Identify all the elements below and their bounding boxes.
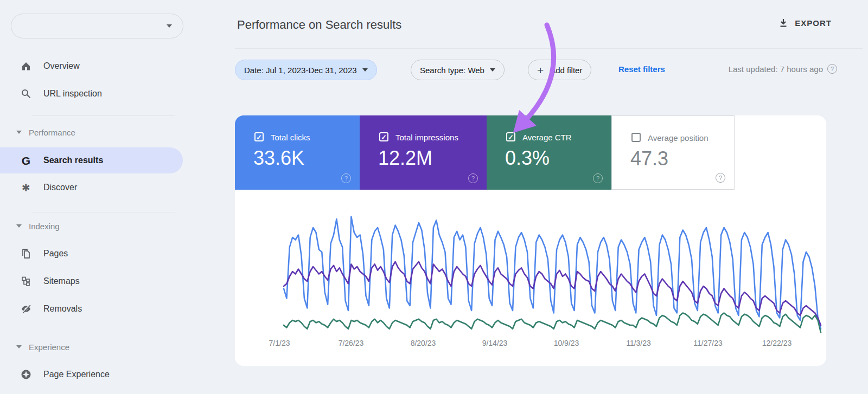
chart-series-clicks — [284, 217, 821, 329]
sidebar-item-label: Removals — [43, 304, 82, 314]
sitemap-icon — [21, 276, 31, 287]
x-axis-tick: 7/1/23 — [269, 339, 290, 347]
metric-label: Average CTR — [522, 133, 572, 142]
sidebar-item-label: Discover — [43, 183, 77, 192]
sidebar-item-page-experience[interactable]: Page Experience — [0, 362, 184, 387]
help-icon[interactable]: ? — [468, 173, 478, 183]
metric-card-total-impressions[interactable]: Total impressions 12.2M ? — [360, 115, 487, 190]
metric-value: 33.6K — [253, 147, 304, 170]
chevron-down-icon — [167, 24, 172, 28]
metric-card-average-position[interactable]: Average position 47.3 ? — [611, 115, 735, 190]
average-ctr-checkbox[interactable] — [506, 132, 515, 141]
metric-card-average-ctr[interactable]: Average CTR 0.3% ? — [487, 115, 611, 190]
metric-card-total-clicks[interactable]: Total clicks 33.6K ? — [235, 115, 360, 190]
sidebar-item-discover[interactable]: ✱ Discover — [0, 175, 184, 200]
x-axis-tick: 9/14/23 — [482, 339, 508, 347]
eye-off-icon — [21, 303, 31, 314]
sidebar-item-label: Overview — [43, 61, 80, 71]
sidebar-item-url-inspection[interactable]: URL inspection — [0, 81, 184, 106]
help-icon[interactable]: ? — [716, 173, 725, 183]
average-position-checkbox[interactable] — [631, 133, 641, 142]
sidebar-item-removals[interactable]: Removals — [0, 296, 184, 321]
total-impressions-checkbox[interactable] — [379, 132, 388, 141]
discover-asterisk-icon: ✱ — [21, 182, 31, 193]
sidebar-item-label: Pages — [43, 249, 68, 259]
help-icon[interactable]: ? — [593, 173, 603, 183]
download-icon — [778, 18, 788, 28]
sidebar-divider — [31, 333, 175, 333]
sidebar-divider — [31, 212, 175, 212]
help-icon[interactable]: ? — [341, 173, 351, 183]
header-divider — [235, 48, 863, 49]
chevron-down-icon — [16, 224, 22, 228]
x-axis-tick: 7/26/23 — [339, 339, 364, 347]
chart-series-ctr — [284, 313, 821, 333]
sidebar-item-label: Sitemaps — [43, 276, 80, 286]
metric-cards-row: Total clicks 33.6K ? Total impressions 1… — [235, 115, 735, 190]
sidebar-item-search-results[interactable]: G Search results — [0, 147, 183, 173]
sidebar-item-pages[interactable]: Pages — [0, 241, 184, 266]
x-axis-tick: 12/22/23 — [762, 339, 792, 347]
page-title: Performance on Search results — [237, 18, 401, 32]
sidebar-divider — [31, 115, 175, 116]
x-axis-tick: 11/3/23 — [626, 339, 651, 347]
sidebar-item-label: Search results — [43, 156, 103, 165]
plus-icon: + — [537, 64, 544, 76]
metric-label: Total clicks — [271, 133, 310, 142]
metric-value: 12.2M — [378, 147, 432, 170]
metric-value: 0.3% — [505, 147, 550, 170]
last-updated-status: Last updated: 7 hours ago ? — [729, 64, 837, 74]
search-type-filter-chip[interactable]: Search type: Web — [411, 60, 505, 80]
chevron-down-icon — [16, 345, 22, 348]
sidebar-item-label: URL inspection — [43, 89, 102, 99]
date-filter-chip[interactable]: Date: Jul 1, 2023-Dec 31, 2023 — [235, 60, 377, 80]
performance-panel: Total clicks 33.6K ? Total impressions 1… — [235, 115, 826, 366]
export-label: EXPORT — [795, 18, 832, 28]
chevron-down-icon — [16, 131, 22, 134]
reset-filters-link[interactable]: Reset filters — [618, 64, 665, 74]
export-button[interactable]: EXPORT — [778, 18, 832, 28]
sidebar-item-overview[interactable]: Overview — [0, 54, 184, 79]
metric-label: Total impressions — [395, 133, 458, 142]
sidebar-section-indexing[interactable]: Indexing — [0, 216, 184, 236]
help-icon[interactable]: ? — [827, 64, 837, 74]
x-axis-tick: 11/27/23 — [693, 339, 722, 347]
google-g-icon: G — [21, 155, 31, 166]
home-icon — [21, 61, 31, 72]
metric-label: Average position — [648, 133, 708, 143]
page-experience-icon — [21, 369, 31, 380]
search-icon — [21, 88, 31, 99]
sidebar-section-experience[interactable]: Experience — [0, 337, 184, 357]
x-axis-tick: 8/20/23 — [411, 339, 436, 347]
performance-line-chart[interactable] — [235, 195, 826, 358]
pages-icon — [21, 248, 31, 259]
add-filter-button[interactable]: + Add filter — [528, 60, 591, 80]
sidebar-section-performance[interactable]: Performance — [0, 122, 184, 142]
total-clicks-checkbox[interactable] — [254, 132, 264, 141]
property-selector[interactable] — [11, 14, 183, 38]
sidebar-item-sitemaps[interactable]: Sitemaps — [0, 269, 184, 294]
chevron-down-icon — [490, 68, 495, 72]
x-axis-tick: 10/9/23 — [554, 339, 579, 347]
sidebar-item-label: Page Experience — [43, 370, 110, 379]
metric-value: 47.3 — [630, 147, 668, 170]
chevron-down-icon — [362, 68, 368, 72]
